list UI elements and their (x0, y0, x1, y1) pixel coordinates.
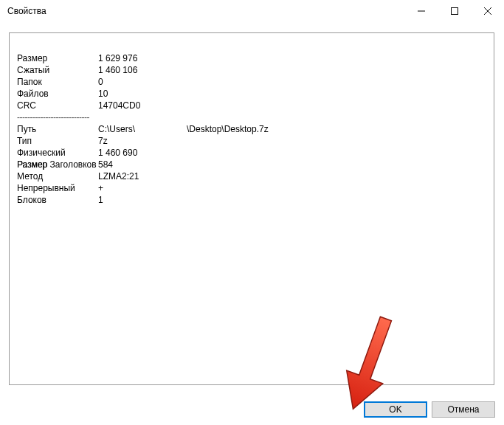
prop-value: LZMA2:21 (98, 170, 187, 182)
prop-label: Путь (17, 123, 98, 135)
prop-row-headers: Размер Заголовков 584 (17, 159, 269, 170)
prop-row-blocks: Блоков 1 (17, 194, 269, 206)
prop-row-packed: Сжатый 1 460 106 (17, 64, 269, 76)
prop-divider: ---------------------------- (17, 111, 269, 123)
window-controls (404, 0, 504, 22)
prop-value: 10 (98, 88, 187, 100)
prop-label: Размер (17, 52, 98, 64)
svg-rect-1 (451, 8, 458, 15)
prop-value: + (98, 182, 187, 194)
prop-value: 584 (98, 159, 187, 170)
prop-value: 1 460 690 (98, 147, 187, 159)
prop-row-physical: Физический Размер 1 460 690 (17, 147, 269, 159)
window-title: Свойства (7, 6, 404, 16)
properties-list: Размер 1 629 976 Сжатый 1 460 106 Папок … (17, 52, 269, 206)
prop-value: 7z (98, 135, 187, 147)
cancel-button[interactable]: Отмена (432, 401, 495, 418)
divider-line: ---------------------------- (17, 111, 89, 123)
prop-row-folders: Папок 0 (17, 76, 269, 88)
prop-label: Размер Заголовков (17, 159, 98, 170)
prop-value: 1 (98, 194, 187, 206)
prop-value: 0 (98, 76, 187, 88)
close-icon (484, 7, 491, 15)
prop-label: Метод (17, 170, 98, 182)
prop-value-extra: \Desktop\Desktop.7z (187, 123, 269, 135)
prop-label: Сжатый (17, 64, 98, 76)
prop-value: C:\Users\ (98, 123, 187, 135)
prop-label: Непрерывный (17, 182, 98, 194)
prop-value: 1 629 976 (98, 52, 187, 64)
maximize-icon (451, 7, 458, 15)
prop-label: Файлов (17, 88, 98, 100)
prop-value: 1 460 106 (98, 64, 187, 76)
minimize-icon (418, 7, 425, 15)
prop-label: CRC (17, 100, 98, 111)
titlebar: Свойства (0, 0, 504, 22)
prop-label: Блоков (17, 194, 98, 206)
prop-row-files: Файлов 10 (17, 88, 269, 100)
close-button[interactable] (471, 0, 504, 22)
properties-panel: Размер 1 629 976 Сжатый 1 460 106 Папок … (9, 32, 494, 385)
maximize-button[interactable] (438, 0, 471, 22)
prop-label: Физический Размер (17, 147, 98, 159)
prop-label: Тип (17, 135, 98, 147)
minimize-button[interactable] (404, 0, 438, 22)
prop-row-path: Путь C:\Users\ \Desktop\Desktop.7z (17, 123, 269, 135)
prop-label: Папок (17, 76, 98, 88)
prop-row-type: Тип 7z (17, 135, 269, 147)
prop-value: 14704CD0 (98, 100, 187, 111)
ok-button[interactable]: OK (364, 401, 427, 418)
prop-row-method: Метод LZMA2:21 (17, 170, 269, 182)
prop-row-solid: Непрерывный + (17, 182, 269, 194)
prop-row-size: Размер 1 629 976 (17, 52, 269, 64)
dialog-footer: OK Отмена (0, 394, 504, 425)
prop-row-crc: CRC 14704CD0 (17, 100, 269, 111)
